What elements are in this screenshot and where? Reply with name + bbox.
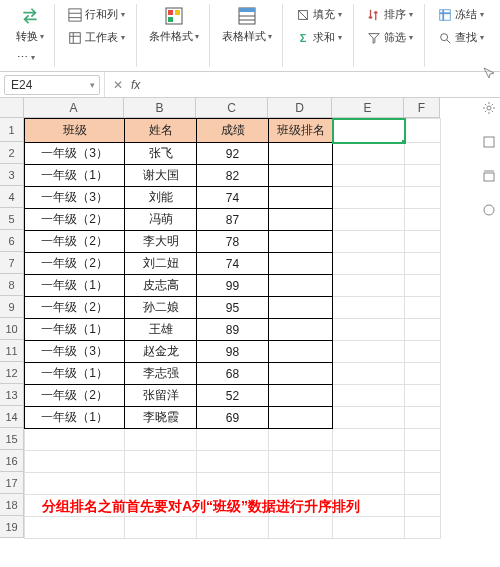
cell[interactable]: [25, 473, 125, 495]
cell[interactable]: [333, 429, 405, 451]
cell[interactable]: [269, 143, 333, 165]
row-header[interactable]: 2: [0, 142, 24, 164]
row-header[interactable]: 8: [0, 274, 24, 296]
cell[interactable]: 一年级（2）: [25, 253, 125, 275]
cell[interactable]: 李晓霞: [125, 407, 197, 429]
cell[interactable]: 张留洋: [125, 385, 197, 407]
cell[interactable]: [405, 119, 441, 143]
worksheet-button[interactable]: 工作表▾: [63, 27, 130, 48]
row-header[interactable]: 9: [0, 296, 24, 318]
cell[interactable]: [269, 385, 333, 407]
cell[interactable]: [405, 143, 441, 165]
cell[interactable]: 皮志高: [125, 275, 197, 297]
cell[interactable]: [405, 363, 441, 385]
cell[interactable]: [125, 517, 197, 539]
formula-input-area[interactable]: ✕ fx: [104, 72, 500, 97]
cell[interactable]: [405, 319, 441, 341]
cell[interactable]: [25, 451, 125, 473]
cell[interactable]: 74: [197, 253, 269, 275]
row-header[interactable]: 16: [0, 450, 24, 472]
cancel-icon[interactable]: ✕: [113, 78, 123, 92]
row-header[interactable]: 13: [0, 384, 24, 406]
cell[interactable]: [197, 517, 269, 539]
cell[interactable]: [269, 429, 333, 451]
cell[interactable]: [405, 275, 441, 297]
cell[interactable]: 一年级（3）: [25, 187, 125, 209]
cell[interactable]: 成绩: [197, 119, 269, 143]
cell[interactable]: [405, 429, 441, 451]
freeze-button[interactable]: 冻结▾: [433, 4, 489, 25]
cell[interactable]: 95: [197, 297, 269, 319]
row-header[interactable]: 7: [0, 252, 24, 274]
cell[interactable]: [333, 385, 405, 407]
cell[interactable]: [269, 297, 333, 319]
cell[interactable]: 一年级（1）: [25, 165, 125, 187]
cell[interactable]: [197, 451, 269, 473]
cell[interactable]: [405, 165, 441, 187]
cell[interactable]: 张飞: [125, 143, 197, 165]
cell[interactable]: [25, 517, 125, 539]
fill-button[interactable]: 填充▾: [291, 4, 347, 25]
cell[interactable]: 一年级（2）: [25, 231, 125, 253]
cell[interactable]: [405, 407, 441, 429]
cell[interactable]: 92: [197, 143, 269, 165]
cell[interactable]: [333, 319, 405, 341]
cell[interactable]: [197, 473, 269, 495]
cell[interactable]: [125, 473, 197, 495]
table-style-button[interactable]: 表格样式▾: [218, 4, 276, 46]
fx-label[interactable]: fx: [131, 78, 140, 92]
cell[interactable]: 68: [197, 363, 269, 385]
tool-icon[interactable]: [481, 168, 497, 184]
cell[interactable]: [405, 517, 441, 539]
column-header[interactable]: F: [404, 98, 440, 118]
cell[interactable]: [333, 473, 405, 495]
cell[interactable]: 一年级（2）: [25, 297, 125, 319]
cell[interactable]: [405, 495, 441, 517]
cell[interactable]: [405, 341, 441, 363]
cell[interactable]: [333, 297, 405, 319]
cell[interactable]: [269, 165, 333, 187]
name-box[interactable]: E24 ▾: [4, 75, 100, 95]
cell[interactable]: [25, 429, 125, 451]
tool-icon[interactable]: [481, 134, 497, 150]
cell[interactable]: 一年级（1）: [25, 319, 125, 341]
cell[interactable]: [269, 231, 333, 253]
cell-grid[interactable]: 班级姓名成绩班级排名一年级（3）张飞92一年级（1）谢大国82一年级（3）刘能7…: [24, 118, 500, 539]
sum-button[interactable]: Σ 求和▾: [291, 27, 347, 48]
cell[interactable]: [269, 473, 333, 495]
cell[interactable]: [269, 187, 333, 209]
select-tool-icon[interactable]: [481, 66, 497, 82]
cell[interactable]: [333, 187, 405, 209]
cell[interactable]: 52: [197, 385, 269, 407]
cell[interactable]: [269, 275, 333, 297]
cell[interactable]: [269, 407, 333, 429]
row-header[interactable]: 6: [0, 230, 24, 252]
column-header[interactable]: E: [332, 98, 404, 118]
row-header[interactable]: 14: [0, 406, 24, 428]
cell[interactable]: [405, 187, 441, 209]
cell[interactable]: 刘二妞: [125, 253, 197, 275]
column-header[interactable]: D: [268, 98, 332, 118]
cell[interactable]: 班级排名: [269, 119, 333, 143]
cell[interactable]: [333, 517, 405, 539]
tool-icon[interactable]: [481, 202, 497, 218]
row-header[interactable]: 1: [0, 118, 24, 142]
column-header[interactable]: B: [124, 98, 196, 118]
cell[interactable]: 78: [197, 231, 269, 253]
cell[interactable]: [333, 253, 405, 275]
cell[interactable]: 一年级（1）: [25, 407, 125, 429]
row-header[interactable]: 5: [0, 208, 24, 230]
find-button[interactable]: 查找▾: [433, 27, 489, 48]
cell[interactable]: 89: [197, 319, 269, 341]
row-header[interactable]: 3: [0, 164, 24, 186]
cell[interactable]: [333, 363, 405, 385]
cell[interactable]: 赵金龙: [125, 341, 197, 363]
cell[interactable]: 一年级（1）: [25, 275, 125, 297]
cell[interactable]: [405, 385, 441, 407]
cell[interactable]: [405, 473, 441, 495]
cell[interactable]: 李大明: [125, 231, 197, 253]
cell[interactable]: 谢大国: [125, 165, 197, 187]
cell[interactable]: [333, 451, 405, 473]
cell[interactable]: 姓名: [125, 119, 197, 143]
select-all-corner[interactable]: [0, 98, 24, 118]
